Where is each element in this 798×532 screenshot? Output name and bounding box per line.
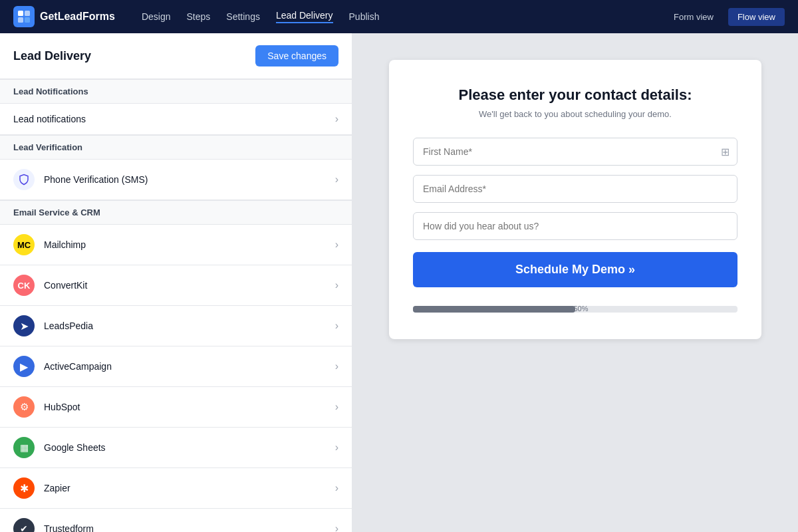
list-item-hubspot[interactable]: ⚙ HubSpot › [0,387,352,428]
logo-icon [13,6,35,27]
nav-design[interactable]: Design [142,11,171,22]
chevron-icon: › [335,401,338,413]
form-preview-subtitle: We'll get back to you about scheduling y… [413,109,737,119]
svg-rect-3 [25,17,30,23]
chevron-icon: › [335,279,338,291]
chevron-icon: › [335,174,338,186]
main-layout: Lead Delivery Save changes Lead Notifica… [0,33,798,532]
google-sheets-icon: ▦ [13,437,35,458]
list-item-leadspedia[interactable]: ➤ LeadsPedia › [0,306,352,346]
trustedform-label: Trustedform [44,523,335,532]
page-title: Lead Delivery [13,49,91,63]
activecampaign-icon: ▶ [13,356,35,377]
progress-area: 50% [413,306,737,313]
list-item-google-sheets[interactable]: ▦ Google Sheets › [0,428,352,468]
form-preview-title: Please enter your contact details: [413,86,737,104]
chevron-icon: › [335,360,338,372]
nav-links: Design Steps Settings Lead Delivery Publ… [142,10,644,23]
top-navigation: GetLeadForms Design Steps Settings Lead … [0,0,798,33]
phone-verification-icon [13,169,35,190]
section-lead-verification: Lead Verification [0,135,352,160]
logo-text: GetLeadForms [40,11,115,23]
logo[interactable]: GetLeadForms [13,6,115,27]
zapier-icon: ✱ [13,477,35,499]
progress-label: 50% [574,305,589,313]
email-field-wrapper [413,175,737,203]
leadspedia-label: LeadsPedia [44,321,335,331]
right-panel: Please enter your contact details: We'll… [352,33,798,532]
hubspot-label: HubSpot [44,402,335,412]
flow-view-button[interactable]: Flow view [728,8,785,26]
form-preview: Please enter your contact details: We'll… [389,60,761,339]
svg-rect-1 [25,11,30,16]
nav-steps[interactable]: Steps [187,11,211,22]
chevron-icon: › [335,113,338,125]
mailchimp-icon: MC [13,234,35,255]
chevron-icon: › [335,239,338,251]
convertkit-icon: CK [13,275,35,296]
phone-verification-label: Phone Verification (SMS) [44,174,335,185]
cta-button[interactable]: Schedule My Demo » [413,252,737,287]
nav-lead-delivery[interactable]: Lead Delivery [276,10,333,23]
google-sheets-label: Google Sheets [44,442,335,453]
hear-about-field-wrapper [413,212,737,240]
section-lead-notifications: Lead Notifications [0,79,352,104]
panel-header: Lead Delivery Save changes [0,33,352,79]
list-item-lead-notifications[interactable]: Lead notifications › [0,104,352,135]
left-panel: Lead Delivery Save changes Lead Notifica… [0,33,352,532]
trustedform-icon: ✔ [13,518,35,532]
hubspot-icon: ⚙ [13,396,35,418]
list-item-trustedform[interactable]: ✔ Trustedform › [0,509,352,532]
form-view-button[interactable]: Form view [664,8,723,26]
view-toggle: Form view Flow view [664,8,785,26]
email-input[interactable] [413,175,737,203]
input-grid-icon: ⊞ [721,146,730,158]
save-changes-button[interactable]: Save changes [255,45,338,66]
chevron-icon: › [335,442,338,454]
leadspedia-icon: ➤ [13,315,35,336]
section-email-crm: Email Service & CRM [0,200,352,225]
chevron-icon: › [335,523,338,532]
list-item-mailchimp[interactable]: MC Mailchimp › [0,225,352,265]
hear-about-input[interactable] [413,212,737,240]
first-name-input[interactable] [413,138,737,166]
nav-settings[interactable]: Settings [226,11,260,22]
progress-bar-fill [413,306,575,313]
convertkit-label: ConvertKit [44,280,335,291]
zapier-label: Zapier [44,483,335,493]
list-item-phone-verification[interactable]: Phone Verification (SMS) › [0,160,352,200]
nav-publish[interactable]: Publish [349,11,380,22]
svg-rect-2 [18,17,23,23]
first-name-field-wrapper: ⊞ [413,138,737,166]
activecampaign-label: ActiveCampaign [44,361,335,372]
svg-rect-0 [18,11,23,16]
chevron-icon: › [335,482,338,494]
mailchimp-label: Mailchimp [44,239,335,250]
lead-notifications-label: Lead notifications [13,114,335,124]
list-item-convertkit[interactable]: CK ConvertKit › [0,265,352,306]
list-item-activecampaign[interactable]: ▶ ActiveCampaign › [0,346,352,387]
progress-bar-background: 50% [413,306,737,313]
chevron-icon: › [335,320,338,332]
list-item-zapier[interactable]: ✱ Zapier › [0,468,352,509]
